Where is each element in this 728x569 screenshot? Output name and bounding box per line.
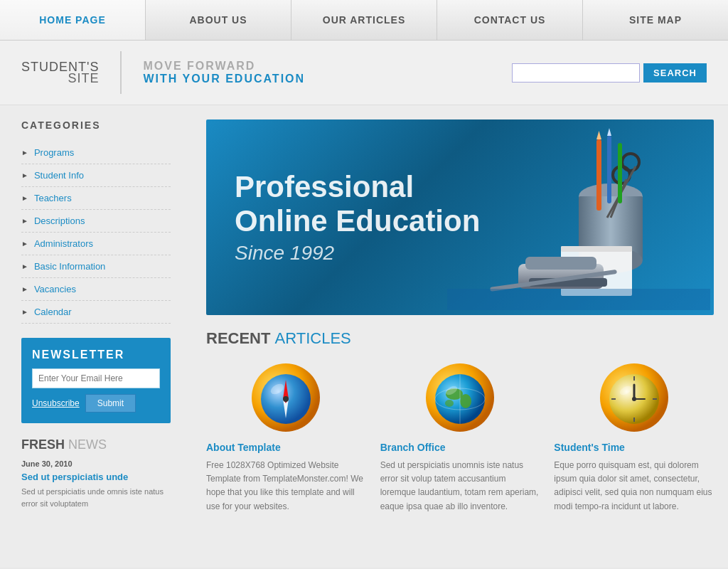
article-icon-0 [250, 362, 321, 433]
nav-articles[interactable]: OUR ARTICLES [291, 0, 437, 40]
article-item-0: About Template Free 1028X768 Optimized W… [206, 362, 366, 514]
fresh-light: NEWS [68, 437, 107, 452]
tagline-line2: WITH YOUR EDUCATION [143, 73, 512, 85]
newsletter-buttons: Unsubscribe Submit [32, 394, 160, 413]
article-title-2[interactable]: Student's Time [554, 442, 714, 453]
svg-marker-8 [596, 131, 601, 139]
tagline: MOVE FORWARD WITH YOUR EDUCATION [143, 60, 512, 85]
search-button[interactable]: SEARCH [643, 63, 707, 83]
content-area: Professional Online Education Since 1992 [192, 105, 728, 568]
svg-point-23 [283, 396, 289, 402]
svg-rect-15 [525, 257, 596, 270]
fresh-news-title: FRESH NEWS [21, 437, 171, 452]
cat-item-calendar[interactable]: ► Calendar [21, 301, 171, 324]
cat-arrow-icon: ► [21, 194, 28, 202]
news-headline[interactable]: Sed ut perspiciatis unde [21, 472, 171, 482]
recent-bold: RECENT [206, 329, 270, 347]
newsletter-title: NEWSLETTER [32, 349, 160, 361]
article-item-1: Branch Office Sed ut perspiciatis unomni… [380, 362, 540, 514]
site-header: STUDENT'S SITE MOVE FORWARD WITH YOUR ED… [0, 41, 728, 105]
svg-point-41 [632, 397, 636, 401]
cat-arrow-icon: ► [21, 308, 28, 316]
svg-rect-7 [596, 139, 601, 211]
fresh-bold: FRESH [21, 437, 65, 452]
logo: STUDENT'S SITE [21, 60, 99, 86]
banner-line1: Professional [235, 170, 480, 204]
svg-point-29 [445, 400, 454, 407]
cat-arrow-icon: ► [21, 149, 28, 156]
cat-item-descriptions[interactable]: ► Descriptions [21, 210, 171, 233]
recent-title: RECENT ARTICLES [206, 329, 714, 348]
cat-label: Basic Information [34, 261, 105, 272]
nav-home[interactable]: HOME PAGE [0, 0, 146, 40]
svg-rect-11 [618, 143, 622, 203]
banner-line3: Since 1992 [235, 242, 480, 265]
cat-item-basic-info[interactable]: ► Basic Information [21, 255, 171, 278]
unsubscribe-button[interactable]: Unsubscribe [32, 394, 80, 413]
newsletter-email-input[interactable] [32, 368, 160, 388]
nav-contact[interactable]: CONTACT US [437, 0, 583, 40]
cat-arrow-icon: ► [21, 285, 28, 293]
article-title-1[interactable]: Branch Office [380, 442, 540, 453]
navigation: HOME PAGE ABOUT US OUR ARTICLES CONTACT … [0, 0, 728, 41]
categories-title: CATEGORIES [21, 119, 171, 131]
cat-label: Administrators [34, 238, 93, 249]
recent-light: ARTICLES [275, 329, 351, 347]
recent-articles-section: RECENT ARTICLES [206, 329, 714, 514]
cat-arrow-icon: ► [21, 240, 28, 248]
nav-about[interactable]: ABOUT US [146, 0, 291, 40]
hero-banner: Professional Online Education Since 1992 [206, 119, 714, 315]
svg-point-28 [460, 394, 471, 408]
nav-sitemap[interactable]: SITE MAP [583, 0, 728, 40]
search-area: SEARCH [512, 63, 707, 83]
search-input[interactable] [512, 63, 640, 83]
banner-text: Professional Online Education Since 1992 [206, 142, 508, 293]
cat-item-administrators[interactable]: ► Administrators [21, 233, 171, 255]
cat-label: Teachers [34, 193, 72, 203]
news-text: Sed ut perspiciatis unde omnis iste natu… [21, 486, 171, 509]
fresh-news: FRESH NEWS June 30, 2010 Sed ut perspici… [21, 437, 171, 509]
newsletter-box: NEWSLETTER Unsubscribe Submit [21, 338, 171, 423]
article-text-0: Free 1028X768 Optimized Website Template… [206, 459, 366, 514]
cat-label: Descriptions [34, 216, 85, 226]
articles-grid: About Template Free 1028X768 Optimized W… [206, 362, 714, 514]
cat-label: Calendar [34, 307, 72, 317]
banner-line2: Online Education [235, 204, 480, 238]
cat-label: Programs [34, 147, 74, 158]
news-date: June 30, 2010 [21, 459, 171, 468]
svg-rect-13 [561, 246, 632, 252]
article-icon-1 [424, 362, 496, 433]
article-title-0[interactable]: About Template [206, 442, 366, 453]
cat-item-teachers[interactable]: ► Teachers [21, 187, 171, 210]
logo-text: STUDENT'S SITE [21, 60, 99, 86]
cat-label: Student Info [34, 170, 84, 181]
submit-button[interactable]: Submit [85, 394, 136, 413]
sidebar: CATEGORIES ► Programs ► Student Info ► T… [0, 105, 192, 568]
cat-item-student-info[interactable]: ► Student Info [21, 164, 171, 187]
svg-rect-9 [607, 136, 611, 203]
article-icon-2 [599, 362, 670, 433]
cat-arrow-icon: ► [21, 217, 28, 225]
header-divider [120, 51, 122, 94]
tagline-line1: MOVE FORWARD [143, 60, 512, 73]
article-item-2: Student's Time Eque porro quisquam est, … [554, 362, 714, 514]
cat-label: Vacancies [34, 284, 76, 294]
cat-item-programs[interactable]: ► Programs [21, 142, 171, 164]
cat-arrow-icon: ► [21, 262, 28, 270]
cat-item-vacancies[interactable]: ► Vacancies [21, 278, 171, 301]
cat-arrow-icon: ► [21, 171, 28, 179]
article-text-2: Eque porro quisquam est, qui dolorem ips… [554, 459, 714, 514]
article-text-1: Sed ut perspiciatis unomnis iste natus e… [380, 459, 540, 514]
svg-marker-10 [607, 128, 611, 136]
main-content: CATEGORIES ► Programs ► Student Info ► T… [0, 105, 728, 568]
